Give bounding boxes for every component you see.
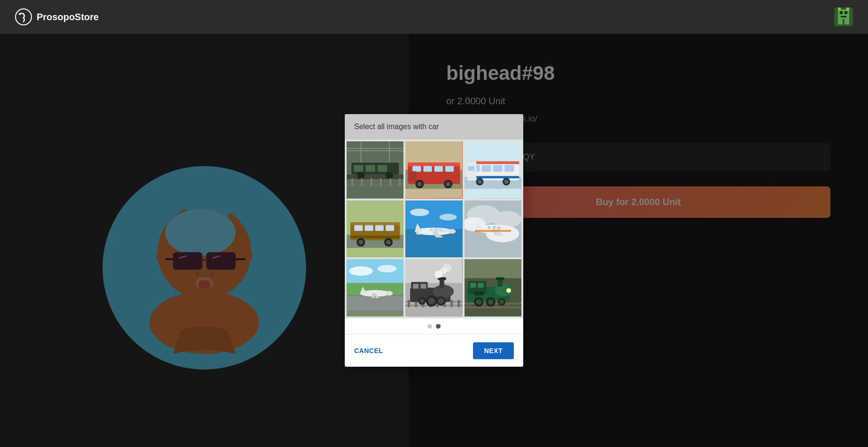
svg-point-96 bbox=[440, 214, 457, 220]
svg-rect-8 bbox=[845, 19, 849, 24]
captcha-footer: CANCEL NEXT bbox=[345, 334, 523, 367]
svg-rect-115 bbox=[475, 230, 511, 232]
svg-rect-174 bbox=[478, 283, 483, 288]
svg-rect-185 bbox=[474, 292, 483, 295]
svg-rect-37 bbox=[354, 165, 363, 172]
dot-2[interactable] bbox=[436, 324, 441, 329]
svg-point-116 bbox=[497, 226, 500, 229]
svg-point-76 bbox=[478, 180, 481, 184]
bus-image-brown bbox=[347, 200, 403, 257]
bus-image-red bbox=[405, 141, 462, 198]
svg-point-129 bbox=[349, 266, 373, 276]
svg-rect-87 bbox=[375, 225, 384, 231]
svg-rect-44 bbox=[351, 178, 353, 186]
navbar: ProsopoStore bbox=[0, 0, 868, 34]
captcha-cell-7[interactable] bbox=[347, 259, 403, 316]
svg-rect-54 bbox=[412, 166, 421, 172]
captcha-header: Select all images with car bbox=[345, 114, 523, 139]
svg-rect-45 bbox=[361, 178, 363, 186]
svg-point-158 bbox=[443, 263, 451, 272]
svg-rect-141 bbox=[450, 300, 453, 307]
plane-tarmac-image bbox=[347, 259, 403, 316]
svg-rect-39 bbox=[378, 165, 387, 172]
svg-point-104 bbox=[435, 228, 438, 231]
svg-rect-43 bbox=[347, 184, 403, 185]
main-content: bighead#98 or 2.0000 Unit d via https://… bbox=[0, 34, 868, 447]
svg-point-123 bbox=[386, 291, 393, 296]
svg-rect-84 bbox=[350, 236, 400, 239]
svg-rect-46 bbox=[371, 178, 372, 186]
brand-logo-icon bbox=[15, 8, 32, 25]
svg-point-118 bbox=[488, 226, 490, 229]
svg-point-40 bbox=[357, 172, 364, 179]
captcha-cell-4[interactable] bbox=[347, 200, 403, 257]
svg-rect-173 bbox=[470, 283, 476, 288]
svg-point-90 bbox=[358, 240, 363, 245]
svg-rect-4 bbox=[840, 11, 843, 14]
svg-rect-176 bbox=[496, 277, 504, 280]
svg-point-103 bbox=[440, 228, 442, 231]
user-avatar[interactable] bbox=[834, 8, 853, 26]
captcha-cell-1[interactable] bbox=[347, 141, 403, 198]
svg-point-95 bbox=[410, 208, 429, 216]
captcha-cell-2[interactable] bbox=[405, 141, 462, 198]
svg-rect-169 bbox=[515, 302, 518, 309]
next-button[interactable]: NEXT bbox=[473, 342, 514, 359]
svg-rect-149 bbox=[421, 284, 426, 289]
svg-rect-9 bbox=[838, 8, 841, 10]
svg-point-181 bbox=[488, 299, 493, 305]
svg-rect-7 bbox=[838, 19, 843, 24]
train-image-1 bbox=[347, 141, 403, 198]
dot-1[interactable] bbox=[427, 324, 432, 329]
captcha-cell-8[interactable] bbox=[405, 259, 462, 316]
green-train-image bbox=[465, 259, 521, 316]
avatar-icon bbox=[834, 8, 853, 26]
plane-image-blue bbox=[405, 200, 462, 257]
svg-point-78 bbox=[504, 180, 508, 184]
svg-rect-53 bbox=[408, 163, 460, 167]
svg-rect-163 bbox=[467, 302, 469, 309]
svg-rect-72 bbox=[504, 165, 514, 172]
svg-rect-85 bbox=[354, 225, 363, 231]
svg-rect-83 bbox=[350, 222, 400, 225]
svg-rect-148 bbox=[413, 284, 419, 289]
svg-rect-145 bbox=[440, 279, 444, 288]
svg-point-155 bbox=[420, 299, 424, 303]
svg-rect-6 bbox=[841, 16, 846, 17]
svg-point-61 bbox=[418, 182, 422, 186]
svg-rect-47 bbox=[380, 178, 382, 186]
cancel-button[interactable]: CANCEL bbox=[354, 347, 383, 355]
svg-point-179 bbox=[476, 299, 481, 305]
svg-rect-71 bbox=[493, 165, 502, 172]
svg-rect-86 bbox=[364, 225, 373, 231]
captcha-cell-9[interactable] bbox=[465, 259, 521, 316]
svg-point-183 bbox=[499, 300, 504, 304]
captcha-modal: Select all images with car bbox=[345, 114, 523, 366]
svg-rect-56 bbox=[434, 166, 443, 172]
svg-rect-10 bbox=[846, 8, 849, 10]
svg-rect-49 bbox=[399, 178, 401, 186]
svg-rect-175 bbox=[497, 279, 502, 287]
brand: ProsopoStore bbox=[15, 8, 99, 25]
svg-rect-57 bbox=[445, 166, 454, 172]
svg-rect-55 bbox=[424, 166, 432, 172]
svg-point-151 bbox=[428, 298, 435, 304]
svg-point-117 bbox=[492, 226, 495, 229]
bus-image-white bbox=[465, 141, 521, 198]
svg-point-184 bbox=[506, 288, 511, 293]
captcha-cell-5[interactable] bbox=[405, 200, 462, 257]
captcha-pagination bbox=[345, 318, 523, 334]
captcha-cell-6[interactable] bbox=[465, 200, 521, 257]
svg-rect-74 bbox=[468, 166, 474, 171]
svg-rect-38 bbox=[365, 165, 375, 172]
svg-rect-48 bbox=[389, 178, 391, 186]
svg-rect-5 bbox=[845, 11, 847, 14]
svg-point-41 bbox=[386, 172, 393, 179]
captcha-cell-3[interactable] bbox=[465, 141, 521, 198]
svg-rect-168 bbox=[507, 302, 510, 309]
svg-point-130 bbox=[378, 265, 396, 272]
svg-rect-135 bbox=[408, 300, 410, 307]
svg-point-63 bbox=[446, 182, 450, 186]
svg-point-92 bbox=[386, 240, 391, 245]
svg-point-105 bbox=[430, 228, 433, 231]
